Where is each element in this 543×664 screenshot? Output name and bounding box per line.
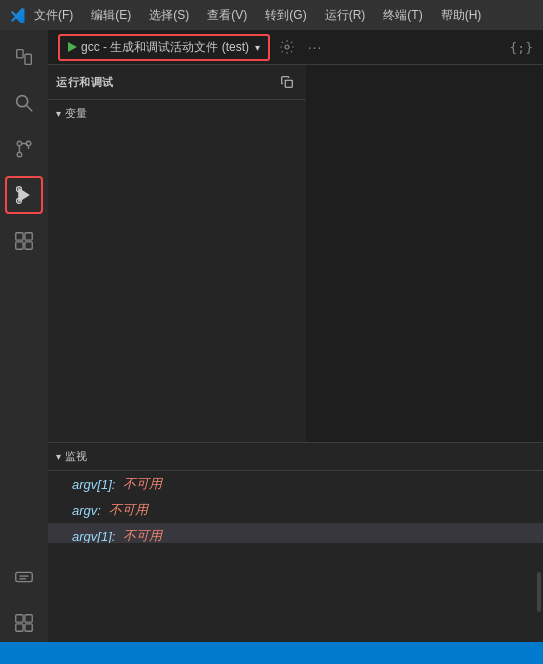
gear-icon <box>279 39 295 55</box>
watch-name: argv[1]: <box>72 529 115 543</box>
svg-line-3 <box>27 106 33 112</box>
bottom-panel: ▾ 监视 argv[1]: 不可用 argv: 不可用 argv <box>48 442 543 642</box>
svg-rect-12 <box>16 242 23 249</box>
menu-terminal[interactable]: 终端(T) <box>375 4 430 27</box>
svg-rect-0 <box>17 50 23 58</box>
variables-section: ▾ 变量 <box>48 100 306 442</box>
scrollbar-thumb[interactable] <box>537 572 541 612</box>
svg-marker-7 <box>18 188 30 203</box>
watch-value: 不可用 <box>109 501 148 519</box>
sidebar-item-explorer[interactable] <box>5 38 43 76</box>
activity-bar <box>0 30 48 642</box>
debug-toolbar: gcc - 生成和调试活动文件 (test) ▾ ··· {;} <box>48 30 543 65</box>
watch-title: 监视 <box>65 449 87 464</box>
sidebar-item-search[interactable] <box>5 84 43 122</box>
settings-icon <box>13 612 35 634</box>
copy-icon <box>280 75 294 89</box>
svg-rect-20 <box>25 624 32 631</box>
chevron-down-icon: ▾ <box>56 108 61 119</box>
svg-point-5 <box>17 141 22 146</box>
menu-edit[interactable]: 编辑(E) <box>83 4 139 27</box>
copy-icon-button[interactable] <box>276 71 298 93</box>
run-debug-icon <box>14 185 34 205</box>
sidebar-item-extensions[interactable] <box>5 222 43 260</box>
source-control-icon <box>13 138 35 160</box>
watch-chevron-icon: ▾ <box>56 451 61 462</box>
svg-rect-13 <box>25 242 32 249</box>
watch-item-selected[interactable]: argv[1]: 不可用 <box>48 523 543 543</box>
menu-run[interactable]: 运行(R) <box>317 4 374 27</box>
menu-select[interactable]: 选择(S) <box>141 4 197 27</box>
sidebar-title: 运行和调试 <box>56 75 114 90</box>
menu-goto[interactable]: 转到(G) <box>257 4 314 27</box>
menu-file[interactable]: 文件(F) <box>26 4 81 27</box>
debug-config-label: gcc - 生成和调试活动文件 (test) <box>81 39 249 56</box>
debug-gear-button[interactable] <box>276 36 298 58</box>
more-dots-icon: ··· <box>308 39 323 55</box>
extensions-icon <box>13 230 35 252</box>
watch-item[interactable]: argv[1]: 不可用 <box>48 471 543 497</box>
svg-point-2 <box>17 96 28 107</box>
svg-rect-11 <box>25 233 32 240</box>
json-icon-button[interactable]: {;} <box>510 40 533 55</box>
watch-value: 不可用 <box>123 527 162 543</box>
json-icon: {;} <box>510 40 533 55</box>
sidebar-item-source-control[interactable] <box>5 130 43 168</box>
sidebar-toolbar: 运行和调试 <box>48 65 306 100</box>
title-bar: 文件(F) 编辑(E) 选择(S) 查看(V) 转到(G) 运行(R) 终端(T… <box>0 0 543 30</box>
menu-help[interactable]: 帮助(H) <box>433 4 490 27</box>
sidebar-item-remote[interactable] <box>5 558 43 596</box>
watch-item[interactable]: argv: 不可用 <box>48 497 543 523</box>
sidebar-toolbar-actions <box>276 71 298 93</box>
play-triangle-icon <box>68 42 77 52</box>
menu-view[interactable]: 查看(V) <box>199 4 255 27</box>
svg-rect-19 <box>16 624 23 631</box>
variables-label: 变量 <box>65 106 87 121</box>
variables-header[interactable]: ▾ 变量 <box>48 100 306 127</box>
dropdown-arrow-icon: ▾ <box>255 42 260 53</box>
remote-icon <box>13 566 35 588</box>
debug-more-button[interactable]: ··· <box>304 36 326 58</box>
sidebar: 运行和调试 ▾ 变量 <box>48 65 306 442</box>
watch-name: argv[1]: <box>72 477 115 492</box>
watch-header[interactable]: ▾ 监视 <box>48 443 543 471</box>
editor-area <box>306 65 543 442</box>
vscode-logo <box>10 7 26 23</box>
explorer-icon <box>13 46 35 68</box>
svg-rect-22 <box>285 80 292 87</box>
main-container: gcc - 生成和调试活动文件 (test) ▾ ··· {;} 运行和调试 <box>0 30 543 642</box>
watch-name: argv: <box>72 503 101 518</box>
watch-section: ▾ 监视 argv[1]: 不可用 argv: 不可用 argv <box>48 443 543 543</box>
menu-bar: 文件(F) 编辑(E) 选择(S) 查看(V) 转到(G) 运行(R) 终端(T… <box>26 4 489 27</box>
sidebar-item-run-debug[interactable] <box>5 176 43 214</box>
debug-play-button[interactable]: gcc - 生成和调试活动文件 (test) ▾ <box>58 34 270 61</box>
svg-point-21 <box>285 45 289 49</box>
svg-rect-14 <box>16 572 33 581</box>
svg-rect-18 <box>25 615 32 622</box>
status-bar <box>0 642 543 664</box>
search-icon <box>13 92 35 114</box>
watch-value: 不可用 <box>123 475 162 493</box>
svg-rect-10 <box>16 233 23 240</box>
svg-point-4 <box>17 152 22 157</box>
sidebar-item-settings[interactable] <box>5 604 43 642</box>
svg-rect-17 <box>16 615 23 622</box>
svg-rect-1 <box>25 54 31 64</box>
